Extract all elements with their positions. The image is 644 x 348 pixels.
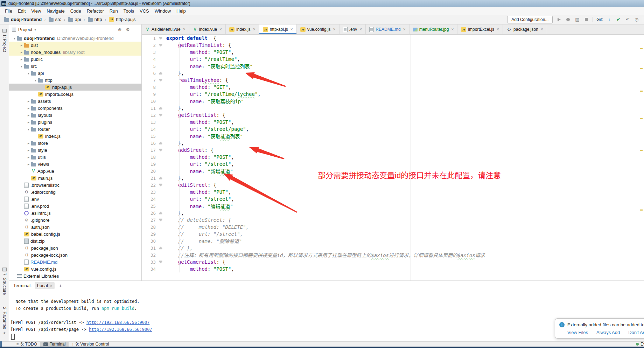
tab-menuRouter.jpg[interactable]: menuRouter.jpg× [410,24,458,34]
chevron-icon[interactable]: ▸ [26,155,31,159]
tree-item[interactable]: ⚙.editorconfig [9,189,141,196]
favorites-tool-button[interactable]: 2: Favorites ★ [0,307,9,335]
close-icon[interactable]: × [253,27,255,32]
locate-file-icon[interactable]: ⊕ [118,27,121,32]
chevron-icon[interactable]: ▸ [19,50,24,54]
fold-icon[interactable] [159,142,162,144]
structure-tool-button[interactable]: 7: Structure [0,268,9,295]
tree-item[interactable]: JSindex.js [9,133,141,140]
close-icon[interactable]: × [50,284,52,288]
chevron-icon[interactable]: ▾ [33,78,38,82]
tree-item[interactable]: ▸utils [9,154,141,161]
menu-item-tools[interactable]: Tools [121,8,137,14]
tree-item[interactable]: ▾api [9,70,141,77]
stop-icon[interactable] [583,17,589,22]
menu-item-edit[interactable]: Edit [15,8,28,14]
menu-item-view[interactable]: View [28,8,44,14]
fold-icon[interactable] [159,44,162,47]
chevron-icon[interactable]: ▸ [19,43,24,47]
chevron-icon[interactable]: ▸ [26,141,31,145]
fold-icon[interactable] [159,177,162,179]
chevron-icon[interactable]: ▾ [19,64,24,68]
tree-item[interactable]: {}package.json [9,244,141,251]
menu-item-navigate[interactable]: Navigate [44,8,67,14]
close-icon[interactable]: × [183,27,186,32]
coverage-icon[interactable]: ▥ [574,17,580,22]
tree-item[interactable]: ▾http [9,77,141,84]
tree-item[interactable]: dist.zip [9,237,141,244]
fold-icon[interactable] [159,107,162,109]
status-item-terminal[interactable]: >_Terminal [40,342,69,347]
fold-icon[interactable] [159,114,162,116]
tree-item[interactable]: VApp.vue [9,168,141,175]
tree-item[interactable]: .browserslistrc [9,182,141,189]
git-commit-icon[interactable]: ✔ [616,17,621,22]
close-icon[interactable]: × [451,27,454,32]
git-history-icon[interactable]: ◷ [634,17,639,22]
chevron-icon[interactable]: ▸ [26,113,31,117]
status-bar-right[interactable]: Ev [636,342,644,347]
tree-item[interactable]: ▸style [9,147,141,154]
chevron-icon[interactable]: ▸ [26,120,31,124]
dont-ask-again-link[interactable]: Don't Ask Agai [628,330,644,335]
chevron-icon[interactable]: ▸ [26,99,31,103]
tab-http-api.js[interactable]: JShttp-api.js× [259,24,297,34]
chevron-down-icon[interactable]: ▾ [34,28,36,31]
tree-item[interactable]: JSvue.config.js [9,265,141,272]
fold-icon[interactable] [159,37,162,40]
tree-item[interactable]: ▸views [9,161,141,168]
close-icon[interactable]: × [290,27,293,32]
tree-item[interactable]: ▸dist [9,42,141,49]
breadcrumb-item[interactable]: duoji-frontend [4,16,42,22]
tree-item[interactable]: ▸public [9,56,141,63]
breadcrumb-item[interactable]: JShttp-api.js [108,16,136,22]
git-revert-icon[interactable]: ↶ [625,17,630,22]
fold-icon[interactable] [159,79,162,81]
tab-package.json[interactable]: {}package.json× [503,24,547,34]
run-icon[interactable] [556,17,562,22]
close-icon[interactable]: × [403,27,406,32]
view-files-link[interactable]: View Files [567,330,588,335]
terminal-tab-local[interactable]: Local × [35,282,55,289]
fold-icon[interactable] [159,219,162,221]
breadcrumb-item[interactable]: http [87,16,103,22]
debug-icon[interactable] [565,17,571,22]
chevron-icon[interactable]: ▸ [26,162,31,166]
tree-item[interactable]: ▾router [9,126,141,133]
terminal-output[interactable]: Note that the development build is not o… [9,298,644,341]
fold-icon[interactable] [159,149,162,151]
tree-item[interactable]: ▾src [9,63,141,70]
terminal-link[interactable]: http://192.168.66.56:9007 [86,320,150,325]
terminal-link[interactable]: http://192.168.66.56:9007 [89,327,152,332]
breadcrumb-item[interactable]: api [68,16,82,22]
chevron-icon[interactable]: ▸ [26,106,31,110]
tree-item[interactable]: .env.prod [9,203,141,209]
breadcrumb-item[interactable]: src [48,16,62,22]
tree-item[interactable]: ▸components [9,105,141,112]
close-icon[interactable]: × [541,27,543,32]
tree-item[interactable]: {}auth.json [9,223,141,230]
tree-item[interactable]: {}package-lock.json [9,251,141,258]
tree-item[interactable]: .env [9,196,141,203]
settings-icon[interactable]: ⚙ [126,27,130,32]
tab-index.vue[interactable]: Vindex.vue× [189,24,226,34]
fold-icon[interactable] [159,184,162,186]
chevron-icon[interactable]: ▾ [26,71,31,75]
fold-icon[interactable] [159,212,162,214]
tree-item[interactable]: ▸assets [9,98,141,105]
tree-item[interactable]: .eslintrc.js [9,209,141,216]
tab-index.js[interactable]: JSindex.js× [226,24,259,34]
tree-item[interactable]: ⊘.gitignore [9,216,141,223]
tree-item[interactable]: ▸store [9,140,141,147]
tree-item[interactable]: JShttp-api.js [9,84,141,91]
tree-item[interactable]: ▸node_moduleslibrary root [9,49,141,56]
fold-icon[interactable] [159,247,162,249]
tab-.env[interactable]: .env× [340,24,366,34]
hide-panel-icon[interactable]: ― [134,27,139,32]
tree-item[interactable]: JSmain.js [9,175,141,182]
new-terminal-button[interactable]: + [59,283,62,289]
add-configuration-button[interactable]: Add Configuration... [507,16,553,23]
tab-importExcel.js[interactable]: JSimportExcel.js× [457,24,503,34]
chevron-icon[interactable]: ▸ [19,57,24,61]
status-item-9-version-control[interactable]: ↑9: Version Control [69,342,112,347]
